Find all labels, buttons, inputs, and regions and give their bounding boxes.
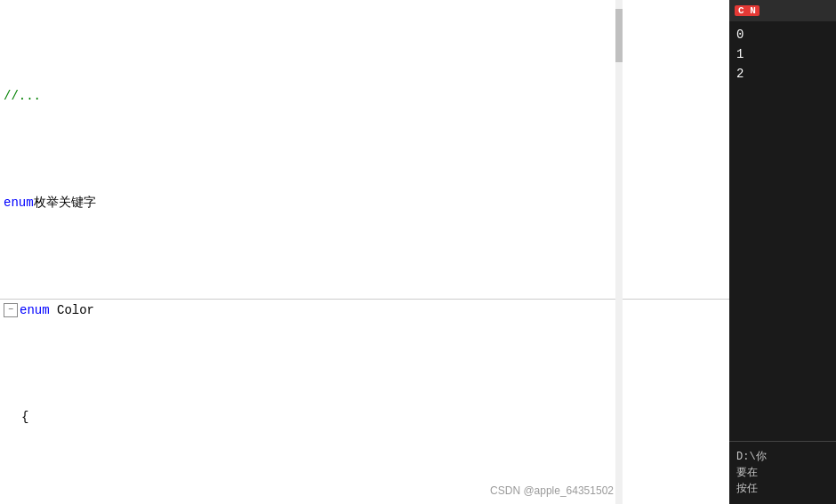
console-info-line2: 要在 — [736, 465, 829, 481]
output-line-1: 1 — [736, 44, 829, 64]
console-output: 0 1 2 — [729, 21, 836, 441]
console-info-line3: 按任 — [736, 481, 829, 497]
kw-enum-label: enum — [4, 192, 34, 213]
scrollbar-thumb[interactable] — [615, 9, 623, 62]
console-badge: C N — [735, 5, 760, 16]
output-line-0: 0 — [736, 25, 829, 44]
output-line-2: 2 — [736, 64, 829, 84]
line-comment-top: //... — [4, 85, 41, 107]
console-header: C N — [729, 0, 836, 21]
vertical-scrollbar[interactable] — [615, 0, 623, 504]
enum-label-text: 枚举关键字 — [34, 192, 96, 213]
watermark: CSDN @apple_64351502 — [490, 484, 614, 497]
editor-panel: //... enum枚举关键字 −enum Color { //RED, GRE… — [0, 0, 729, 504]
enum-color-name: Color — [50, 300, 94, 321]
fold-icon-enum[interactable]: − — [4, 303, 18, 317]
brace-open: { — [4, 406, 28, 428]
console-info-line1: D:\你 — [736, 449, 829, 465]
kw-enum: enum — [20, 300, 50, 321]
console-info: D:\你 要在 按任 — [729, 441, 836, 504]
console-panel: C N 0 1 2 D:\你 要在 按任 — [729, 0, 836, 504]
